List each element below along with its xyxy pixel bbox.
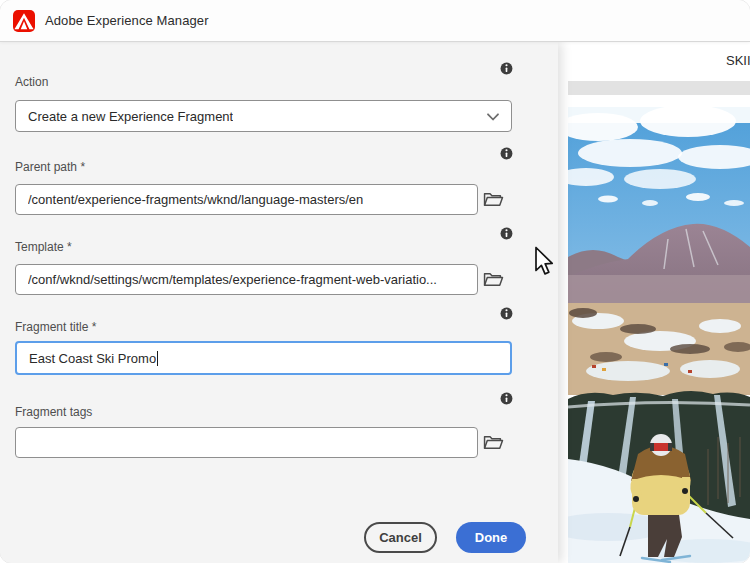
app-window: Adobe Experience Manager SKII bbox=[0, 0, 750, 563]
template-label: Template * bbox=[15, 240, 72, 254]
fragment-title-value: East Coast Ski Promo bbox=[29, 351, 156, 366]
parent-path-label: Parent path * bbox=[15, 160, 85, 174]
parent-path-info-icon[interactable] bbox=[500, 147, 513, 160]
fragment-tags-input[interactable] bbox=[15, 427, 478, 458]
fragment-title-info-icon[interactable] bbox=[500, 307, 513, 320]
action-selected-value: Create a new Experience Fragment bbox=[28, 109, 233, 124]
adobe-logo-icon bbox=[13, 10, 35, 32]
chevron-down-icon bbox=[487, 109, 499, 124]
action-label: Action bbox=[15, 75, 48, 89]
template-browse-folder-icon[interactable] bbox=[482, 269, 506, 289]
done-button[interactable]: Done bbox=[456, 522, 526, 553]
template-value: /conf/wknd/settings/wcm/templates/experi… bbox=[28, 272, 437, 287]
background-page: SKII bbox=[558, 42, 750, 563]
parent-path-value: /content/experience-fragments/wknd/langu… bbox=[28, 192, 363, 207]
top-bar: Adobe Experience Manager bbox=[0, 0, 750, 42]
page-heading-partial: SKII bbox=[726, 53, 750, 68]
fragment-title-label: Fragment title * bbox=[15, 320, 96, 334]
ski-photo bbox=[568, 107, 750, 563]
template-info-icon[interactable] bbox=[500, 227, 513, 240]
parent-path-browse-folder-icon[interactable] bbox=[482, 189, 506, 209]
fragment-tags-info-icon[interactable] bbox=[500, 392, 513, 405]
parent-path-input[interactable]: /content/experience-fragments/wknd/langu… bbox=[15, 184, 478, 215]
text-caret bbox=[157, 351, 158, 366]
fragment-tags-browse-folder-icon[interactable] bbox=[482, 432, 506, 452]
fragment-tags-label: Fragment tags bbox=[15, 405, 92, 419]
action-dropdown[interactable]: Create a new Experience Fragment bbox=[15, 100, 512, 132]
page-toolbar-bar bbox=[568, 81, 750, 95]
template-input[interactable]: /conf/wknd/settings/wcm/templates/experi… bbox=[15, 264, 478, 295]
create-fragment-dialog: Action Create a new Experience Fragment … bbox=[0, 42, 558, 563]
app-title: Adobe Experience Manager bbox=[45, 13, 209, 28]
cancel-button[interactable]: Cancel bbox=[364, 522, 437, 553]
action-info-icon[interactable] bbox=[500, 62, 513, 75]
fragment-title-input[interactable]: East Coast Ski Promo bbox=[15, 341, 512, 375]
